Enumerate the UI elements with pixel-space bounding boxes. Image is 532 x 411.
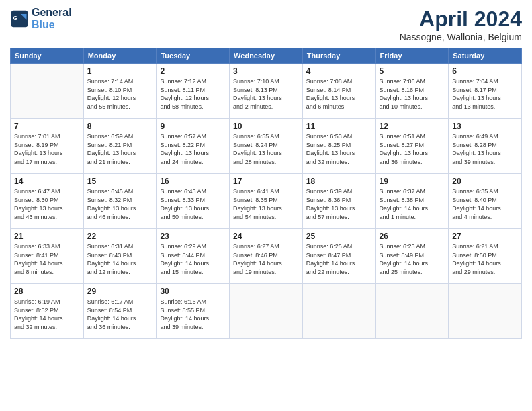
day-info: Sunrise: 6:55 AM Sunset: 8:24 PM Dayligh… — [233, 132, 299, 166]
table-row: 17Sunrise: 6:41 AM Sunset: 8:35 PM Dayli… — [230, 174, 303, 229]
day-number: 24 — [233, 232, 299, 241]
table-row — [11, 64, 84, 119]
table-row: 4Sunrise: 7:08 AM Sunset: 8:14 PM Daylig… — [302, 64, 375, 119]
table-row: 28Sunrise: 6:19 AM Sunset: 8:52 PM Dayli… — [11, 284, 84, 339]
day-info: Sunrise: 7:01 AM Sunset: 8:19 PM Dayligh… — [14, 132, 80, 166]
table-row: 19Sunrise: 6:37 AM Sunset: 8:38 PM Dayli… — [375, 174, 449, 229]
table-row: 2Sunrise: 7:12 AM Sunset: 8:11 PM Daylig… — [157, 64, 230, 119]
day-info: Sunrise: 6:29 AM Sunset: 8:44 PM Dayligh… — [160, 242, 226, 276]
title-block: April 2024 Nassogne, Wallonia, Belgium — [400, 7, 522, 42]
day-number: 6 — [452, 66, 518, 76]
table-row: 5Sunrise: 7:06 AM Sunset: 8:16 PM Daylig… — [375, 64, 449, 119]
table-row: 11Sunrise: 6:53 AM Sunset: 8:25 PM Dayli… — [302, 119, 375, 174]
day-number: 19 — [380, 177, 445, 186]
day-number: 27 — [452, 232, 518, 241]
day-info: Sunrise: 6:35 AM Sunset: 8:40 PM Dayligh… — [452, 187, 518, 221]
day-number: 13 — [452, 122, 518, 131]
day-info: Sunrise: 6:57 AM Sunset: 8:22 PM Dayligh… — [160, 132, 226, 166]
day-number: 8 — [87, 122, 153, 131]
table-row: 1Sunrise: 7:14 AM Sunset: 8:10 PM Daylig… — [83, 64, 157, 119]
day-info: Sunrise: 6:31 AM Sunset: 8:43 PM Dayligh… — [87, 242, 153, 276]
day-info: Sunrise: 6:33 AM Sunset: 8:41 PM Dayligh… — [14, 242, 80, 276]
table-row: 16Sunrise: 6:43 AM Sunset: 8:33 PM Dayli… — [157, 174, 230, 229]
day-info: Sunrise: 6:16 AM Sunset: 8:55 PM Dayligh… — [160, 298, 226, 331]
col-tuesday: Tuesday — [157, 48, 230, 64]
logo-icon: G — [10, 9, 29, 28]
day-info: Sunrise: 6:21 AM Sunset: 8:50 PM Dayligh… — [452, 242, 518, 276]
day-number: 21 — [14, 232, 80, 241]
table-row — [375, 284, 449, 339]
table-row — [302, 284, 375, 339]
day-info: Sunrise: 6:43 AM Sunset: 8:33 PM Dayligh… — [160, 187, 226, 221]
day-info: Sunrise: 6:53 AM Sunset: 8:25 PM Dayligh… — [306, 132, 372, 166]
table-row — [449, 284, 522, 339]
table-row — [230, 284, 303, 339]
day-number: 11 — [306, 122, 372, 131]
month-year: April 2024 — [400, 7, 522, 32]
day-info: Sunrise: 6:37 AM Sunset: 8:38 PM Dayligh… — [380, 187, 445, 221]
day-info: Sunrise: 6:17 AM Sunset: 8:54 PM Dayligh… — [87, 298, 153, 331]
table-row: 7Sunrise: 7:01 AM Sunset: 8:19 PM Daylig… — [11, 119, 84, 174]
table-row: 25Sunrise: 6:25 AM Sunset: 8:47 PM Dayli… — [302, 229, 375, 284]
col-wednesday: Wednesday — [230, 48, 303, 64]
table-row: 14Sunrise: 6:47 AM Sunset: 8:30 PM Dayli… — [11, 174, 84, 229]
location: Nassogne, Wallonia, Belgium — [400, 32, 522, 42]
table-row: 10Sunrise: 6:55 AM Sunset: 8:24 PM Dayli… — [230, 119, 303, 174]
day-number: 3 — [233, 66, 299, 76]
col-sunday: Sunday — [11, 48, 84, 64]
day-info: Sunrise: 6:25 AM Sunset: 8:47 PM Dayligh… — [306, 242, 372, 276]
day-info: Sunrise: 6:47 AM Sunset: 8:30 PM Dayligh… — [14, 187, 80, 221]
day-number: 23 — [160, 232, 226, 241]
col-monday: Monday — [83, 48, 157, 64]
day-info: Sunrise: 6:51 AM Sunset: 8:27 PM Dayligh… — [380, 132, 445, 166]
day-info: Sunrise: 7:14 AM Sunset: 8:10 PM Dayligh… — [87, 77, 153, 111]
table-row: 24Sunrise: 6:27 AM Sunset: 8:46 PM Dayli… — [230, 229, 303, 284]
day-number: 10 — [233, 122, 299, 131]
table-row: 8Sunrise: 6:59 AM Sunset: 8:21 PM Daylig… — [83, 119, 157, 174]
table-row: 22Sunrise: 6:31 AM Sunset: 8:43 PM Dayli… — [83, 229, 157, 284]
day-info: Sunrise: 7:10 AM Sunset: 8:13 PM Dayligh… — [233, 77, 299, 111]
day-number: 17 — [233, 177, 299, 186]
table-row: 26Sunrise: 6:23 AM Sunset: 8:49 PM Dayli… — [375, 229, 449, 284]
table-row: 13Sunrise: 6:49 AM Sunset: 8:28 PM Dayli… — [449, 119, 522, 174]
day-number: 18 — [306, 177, 372, 186]
day-number: 29 — [87, 287, 153, 296]
table-row: 9Sunrise: 6:57 AM Sunset: 8:22 PM Daylig… — [157, 119, 230, 174]
day-info: Sunrise: 7:12 AM Sunset: 8:11 PM Dayligh… — [160, 77, 226, 111]
page-header: G General Blue April 2024 Nassogne, Wall… — [10, 7, 522, 42]
day-number: 15 — [87, 177, 153, 186]
day-info: Sunrise: 6:23 AM Sunset: 8:49 PM Dayligh… — [380, 242, 445, 276]
day-info: Sunrise: 6:39 AM Sunset: 8:36 PM Dayligh… — [306, 187, 372, 221]
table-row: 12Sunrise: 6:51 AM Sunset: 8:27 PM Dayli… — [375, 119, 449, 174]
table-row: 15Sunrise: 6:45 AM Sunset: 8:32 PM Dayli… — [83, 174, 157, 229]
table-row: 23Sunrise: 6:29 AM Sunset: 8:44 PM Dayli… — [157, 229, 230, 284]
day-number: 2 — [160, 66, 226, 76]
table-row: 21Sunrise: 6:33 AM Sunset: 8:41 PM Dayli… — [11, 229, 84, 284]
svg-text:G: G — [13, 14, 17, 21]
day-number: 1 — [87, 66, 153, 76]
table-row: 27Sunrise: 6:21 AM Sunset: 8:50 PM Dayli… — [449, 229, 522, 284]
day-number: 4 — [306, 66, 372, 76]
day-number: 22 — [87, 232, 153, 241]
day-number: 26 — [380, 232, 445, 241]
day-info: Sunrise: 6:27 AM Sunset: 8:46 PM Dayligh… — [233, 242, 299, 276]
day-number: 20 — [452, 177, 518, 186]
day-info: Sunrise: 6:41 AM Sunset: 8:35 PM Dayligh… — [233, 187, 299, 221]
day-info: Sunrise: 7:08 AM Sunset: 8:14 PM Dayligh… — [306, 77, 372, 111]
day-info: Sunrise: 6:59 AM Sunset: 8:21 PM Dayligh… — [87, 132, 153, 166]
day-number: 28 — [14, 287, 80, 296]
table-row: 29Sunrise: 6:17 AM Sunset: 8:54 PM Dayli… — [83, 284, 157, 339]
day-number: 14 — [14, 177, 80, 186]
table-row: 20Sunrise: 6:35 AM Sunset: 8:40 PM Dayli… — [449, 174, 522, 229]
day-number: 12 — [380, 122, 445, 131]
table-row: 30Sunrise: 6:16 AM Sunset: 8:55 PM Dayli… — [157, 284, 230, 339]
day-number: 7 — [14, 122, 80, 131]
day-number: 30 — [160, 287, 226, 296]
day-number: 9 — [160, 122, 226, 131]
day-number: 5 — [380, 66, 445, 76]
col-friday: Friday — [375, 48, 449, 64]
day-number: 25 — [306, 232, 372, 241]
logo-text: General Blue — [32, 7, 72, 30]
col-saturday: Saturday — [449, 48, 522, 64]
day-number: 16 — [160, 177, 226, 186]
